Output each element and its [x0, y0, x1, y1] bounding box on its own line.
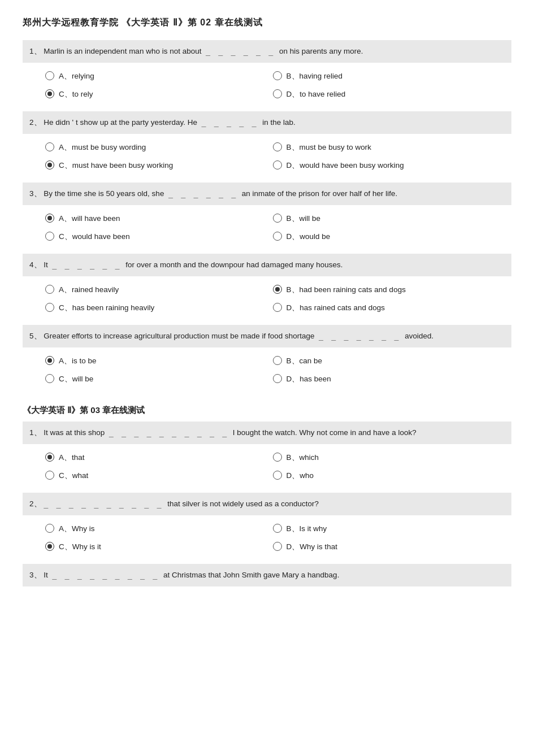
q3-number: 3、 [29, 189, 42, 198]
c3q2-text: _ _ _ _ _ _ _ _ _ _ that silver is not w… [44, 499, 319, 508]
question-block-4: 4、 It _ _ _ _ _ _ for over a month and t… [23, 254, 511, 276]
c3q2-options: A、Why is B、Is it why C、Why is it D、Why i… [23, 516, 511, 559]
c3q1-radio-c[interactable] [45, 471, 54, 480]
chapter03-title: 《大学英语 Ⅱ》第 03 章在线测试 [23, 405, 511, 416]
q2-option-a[interactable]: A、must be busy wording [45, 138, 273, 157]
q4-radio-b[interactable] [273, 285, 282, 294]
question-block-3: 3、 By the time she is 50 years old, she … [23, 183, 511, 205]
q1-radio-b[interactable] [273, 71, 282, 80]
c3q2-radio-a[interactable] [45, 524, 54, 533]
c3q3-text: It _ _ _ _ _ _ _ _ _ at Christmas that J… [44, 571, 339, 579]
q3-option-d[interactable]: D、would be [273, 228, 501, 246]
q1-option-b[interactable]: B、having relied [273, 67, 501, 85]
question-block-5: 5、 Greater efforts to increase agricultu… [23, 325, 511, 347]
q1-radio-a[interactable] [45, 71, 54, 80]
c3-question-block-2: 2、 _ _ _ _ _ _ _ _ _ _ that silver is no… [23, 493, 511, 515]
q4-option-b[interactable]: B、had been raining cats and dogs [273, 281, 501, 299]
q3-option-c[interactable]: C、would have been [45, 228, 273, 246]
q4-radio-d[interactable] [273, 303, 282, 312]
q5-number: 5、 [29, 332, 42, 340]
c3q3-number: 3、 [29, 571, 42, 579]
c3q1-options: A、that B、which C、what D、who [23, 445, 511, 488]
q2-radio-a[interactable] [45, 142, 54, 151]
q1-options: A、relying B、having relied C、to rely D、to… [23, 64, 511, 107]
q5-option-a[interactable]: A、is to be [45, 352, 273, 370]
q2-radio-b[interactable] [273, 142, 282, 151]
q3-radio-d[interactable] [273, 232, 282, 241]
c3q2-radio-c[interactable] [45, 542, 54, 551]
chapter03-section: 《大学英语 Ⅱ》第 03 章在线测试 1、 It was at this sho… [23, 405, 511, 586]
q3-radio-a[interactable] [45, 214, 54, 223]
q2-number: 2、 [29, 118, 42, 127]
q3-radio-c[interactable] [45, 232, 54, 241]
q5-radio-b[interactable] [273, 356, 282, 365]
q5-option-d[interactable]: D、has been [273, 370, 501, 388]
q1-radio-d[interactable] [273, 89, 282, 98]
q3-text: By the time she is 50 years old, she _ _… [44, 189, 397, 198]
q1-number: 1、 [29, 47, 42, 55]
page-title: 郑州大学远程教育学院 《大学英语 Ⅱ》第 02 章在线测试 [23, 17, 511, 29]
q3-option-b[interactable]: B、will be [273, 210, 501, 228]
c3q1-option-b[interactable]: B、which [273, 449, 501, 467]
q1-option-d[interactable]: D、to have relied [273, 85, 501, 103]
q5-radio-d[interactable] [273, 374, 282, 383]
q5-option-b[interactable]: B、can be [273, 352, 501, 370]
q4-number: 4、 [29, 260, 42, 269]
q1-option-c[interactable]: C、to rely [45, 85, 273, 103]
q2-option-c[interactable]: C、must have been busy working [45, 157, 273, 175]
c3q1-radio-a[interactable] [45, 453, 54, 462]
q4-radio-a[interactable] [45, 285, 54, 294]
c3q1-option-d[interactable]: D、who [273, 467, 501, 485]
q2-radio-c[interactable] [45, 160, 54, 170]
q5-radio-c[interactable] [45, 374, 54, 383]
c3q1-option-a[interactable]: A、that [45, 449, 273, 467]
c3q2-option-a[interactable]: A、Why is [45, 520, 273, 538]
q1-text: Marlin is an independent man who is not … [44, 47, 363, 55]
c3q2-option-d[interactable]: D、Why is that [273, 538, 501, 556]
c3q1-option-c[interactable]: C、what [45, 467, 273, 485]
c3q1-radio-d[interactable] [273, 471, 282, 480]
c3q1-number: 1、 [29, 428, 42, 437]
q5-text: Greater efforts to increase agricultural… [44, 332, 433, 340]
q4-text: It _ _ _ _ _ _ for over a month and the … [44, 260, 342, 269]
c3q2-option-c[interactable]: C、Why is it [45, 538, 273, 556]
q2-options: A、must be busy wording B、must be busy to… [23, 135, 511, 178]
c3q2-number: 2、 [29, 499, 42, 508]
q3-option-a[interactable]: A、will have been [45, 210, 273, 228]
c3-question-block-3: 3、 It _ _ _ _ _ _ _ _ _ at Christmas tha… [23, 564, 511, 586]
c3-question-block-1: 1、 It was at this shop _ _ _ _ _ _ _ _ _… [23, 422, 511, 444]
c3q2-radio-d[interactable] [273, 542, 282, 551]
q4-option-d[interactable]: D、has rained cats and dogs [273, 299, 501, 317]
c3q2-radio-b[interactable] [273, 524, 282, 533]
q3-options: A、will have been B、will be C、would have … [23, 206, 511, 249]
c3q1-text: It was at this shop _ _ _ _ _ _ _ _ _ _ … [44, 428, 416, 437]
question-block-1: 1、 Marlin is an independent man who is n… [23, 40, 511, 63]
q1-radio-c[interactable] [45, 89, 54, 98]
q2-text: He didn ' t show up at the party yesterd… [44, 118, 295, 127]
q4-radio-c[interactable] [45, 303, 54, 312]
c3q2-option-b[interactable]: B、Is it why [273, 520, 501, 538]
q4-option-c[interactable]: C、has been raining heavily [45, 299, 273, 317]
question-block-2: 2、 He didn ' t show up at the party yest… [23, 111, 511, 134]
q5-options: A、is to be B、can be C、will be D、has been [23, 349, 511, 392]
q4-option-a[interactable]: A、rained heavily [45, 281, 273, 299]
q5-radio-a[interactable] [45, 356, 54, 365]
q5-option-c[interactable]: C、will be [45, 370, 273, 388]
q2-radio-d[interactable] [273, 160, 282, 170]
q2-option-b[interactable]: B、must be busy to work [273, 138, 501, 157]
c3q1-radio-b[interactable] [273, 453, 282, 462]
chapter02-questions: 1、 Marlin is an independent man who is n… [23, 40, 511, 392]
q2-option-d[interactable]: D、would have been busy working [273, 157, 501, 175]
q3-radio-b[interactable] [273, 214, 282, 223]
q1-option-a[interactable]: A、relying [45, 67, 273, 85]
q4-options: A、rained heavily B、had been raining cats… [23, 277, 511, 320]
